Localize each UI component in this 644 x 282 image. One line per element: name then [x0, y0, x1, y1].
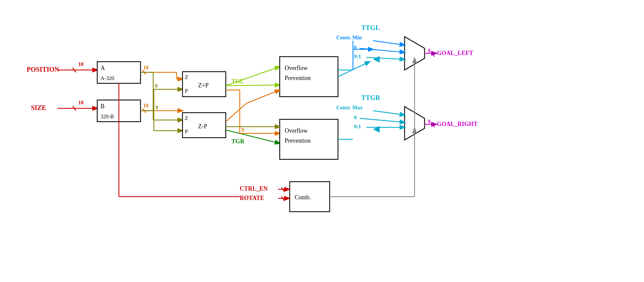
svg-text:Comb.: Comb.	[295, 194, 311, 201]
rotate-label: ROTATE	[240, 195, 264, 201]
svg-text:9:1: 9:1	[354, 124, 361, 129]
position-label: POSITION	[27, 66, 59, 73]
svg-text:Overflow: Overflow	[285, 65, 308, 71]
goal-left-label: GOAL_LEFT	[437, 50, 473, 56]
ttgr-label: TTGR	[361, 94, 380, 101]
svg-text:A: A	[101, 65, 105, 71]
svg-text:0: 0	[354, 115, 357, 120]
svg-text:10: 10	[78, 61, 84, 67]
svg-text:P: P	[185, 129, 188, 134]
svg-text:10: 10	[143, 65, 149, 70]
svg-text:9: 9	[156, 105, 158, 110]
size-label: SIZE	[31, 104, 46, 111]
svg-text:9:1: 9:1	[354, 54, 361, 59]
svg-text:320-B: 320-B	[101, 114, 114, 119]
ctrl-en-label: CTRL_EN	[240, 185, 268, 192]
ttgl-label: TTGL	[361, 24, 380, 31]
svg-text:Z: Z	[185, 115, 188, 121]
svg-text:A-320: A-320	[101, 75, 114, 81]
svg-text:Prevention: Prevention	[285, 75, 311, 81]
goal-right-label: GOAL_RIGHT	[437, 121, 478, 127]
svg-text:Overflow: Overflow	[285, 127, 308, 134]
tgr-label: TGR	[231, 138, 245, 145]
svg-text:9: 9	[241, 127, 244, 133]
svg-text:9: 9	[428, 119, 431, 124]
svg-text:10: 10	[78, 100, 84, 105]
svg-text:Z+P: Z+P	[198, 82, 208, 89]
svg-text:Z: Z	[185, 74, 188, 80]
svg-text:9: 9	[155, 83, 158, 89]
svg-text:Prevention: Prevention	[285, 137, 311, 144]
svg-text:9: 9	[428, 48, 431, 54]
svg-text:Const. Max: Const. Max	[336, 105, 363, 110]
svg-text:P: P	[185, 88, 188, 94]
svg-text:B: B	[101, 103, 105, 110]
svg-text:Const. Min: Const. Min	[336, 35, 362, 40]
svg-text:10: 10	[143, 103, 149, 108]
svg-text:Z-P: Z-P	[198, 123, 207, 130]
